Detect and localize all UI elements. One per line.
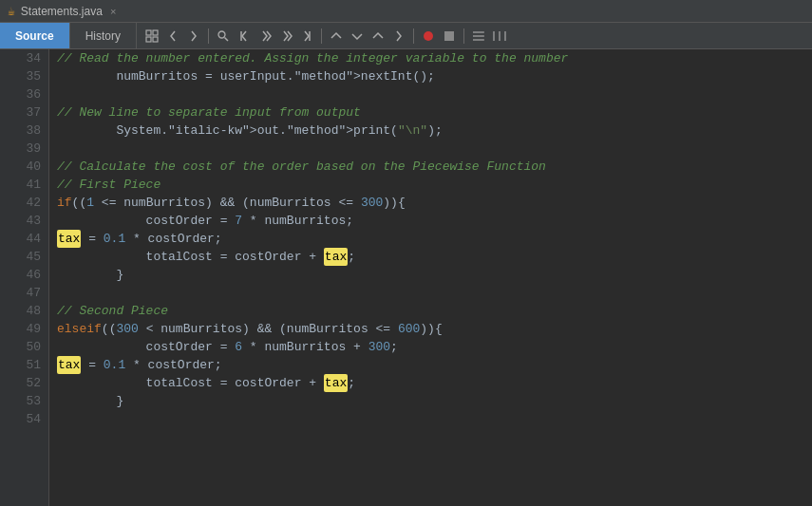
toolbar-btn-3[interactable] [235, 27, 254, 46]
editor: 3435363738394041424344454647484950515253… [0, 49, 812, 506]
code-line-45: totalCost = costOrder + tax; [57, 248, 812, 266]
code-line-35: numBurritos = userInput."method">nextInt… [57, 67, 812, 85]
toolbar-btn-5[interactable] [276, 27, 295, 46]
toolbar-btn-lines[interactable] [469, 27, 488, 46]
code-area[interactable]: // Read the number entered. Assign the i… [49, 49, 812, 506]
toolbar-btn-cols[interactable] [490, 27, 509, 46]
code-line-52: totalCost = costOrder + tax; [57, 374, 812, 392]
svg-point-4 [218, 31, 225, 38]
code-line-50: costOrder = 6 * numBurritos + 300; [57, 338, 812, 356]
toolbar [137, 23, 812, 48]
toolbar-btn-up2[interactable] [368, 27, 387, 46]
toolbar-btn-down[interactable] [348, 27, 367, 46]
toolbar-btn-4[interactable] [255, 27, 274, 46]
toolbar-btn-1[interactable] [142, 27, 161, 46]
code-line-48: // Second Piece [57, 302, 812, 320]
code-line-49: else if((300 < numBurritos) && (numBurri… [57, 320, 812, 338]
toolbar-btn-up[interactable] [327, 27, 346, 46]
svg-point-8 [424, 31, 433, 41]
code-line-40: // Calculate the cost of the order based… [57, 158, 812, 176]
code-line-34: // Read the number entered. Assign the i… [57, 49, 812, 67]
close-tab-button[interactable]: × [110, 6, 116, 17]
title-bar: ☕ Statements.java × [0, 0, 812, 23]
svg-rect-9 [444, 31, 454, 41]
code-line-47 [57, 284, 812, 302]
toolbar-btn-prev[interactable] [163, 27, 182, 46]
file-icon: ☕ [8, 4, 15, 19]
code-line-37: // New line to separate input from outpu… [57, 103, 812, 122]
code-line-43: costOrder = 7 * numBurritos; [57, 212, 812, 230]
svg-rect-1 [153, 30, 158, 35]
tab-source[interactable]: Source [0, 23, 70, 48]
toolbar-sep-4 [463, 28, 464, 44]
toolbar-btn-next[interactable] [184, 27, 203, 46]
toolbar-btn-record[interactable] [419, 27, 438, 46]
code-line-46: } [57, 266, 812, 284]
toolbar-sep-1 [208, 28, 209, 44]
toolbar-sep-2 [321, 28, 322, 44]
toolbar-sep-3 [413, 28, 414, 44]
code-line-44: tax = 0.1 * costOrder; [57, 230, 812, 248]
code-line-53: } [57, 392, 812, 410]
svg-rect-3 [153, 37, 158, 42]
svg-line-5 [225, 37, 229, 41]
code-line-41: // First Piece [57, 176, 812, 194]
toolbar-btn-6[interactable] [297, 27, 316, 46]
code-line-38: System."italic-kw">out."method">print("\… [57, 122, 812, 140]
code-line-54 [57, 410, 812, 428]
tab-bar: Source History [0, 23, 812, 49]
toolbar-btn-search[interactable] [214, 27, 233, 46]
toolbar-btn-stop[interactable] [440, 27, 459, 46]
code-line-51: tax = 0.1 * costOrder; [57, 356, 812, 374]
toolbar-btn-right[interactable] [389, 27, 408, 46]
svg-rect-2 [146, 37, 151, 42]
file-title: Statements.java [21, 5, 103, 18]
code-line-36 [57, 85, 812, 103]
line-numbers: 3435363738394041424344454647484950515253… [0, 49, 49, 506]
tab-history[interactable]: History [70, 23, 137, 48]
code-line-39 [57, 140, 812, 158]
svg-rect-0 [146, 30, 151, 35]
code-line-42: if((1 <= numBurritos) && (numBurritos <=… [57, 194, 812, 212]
